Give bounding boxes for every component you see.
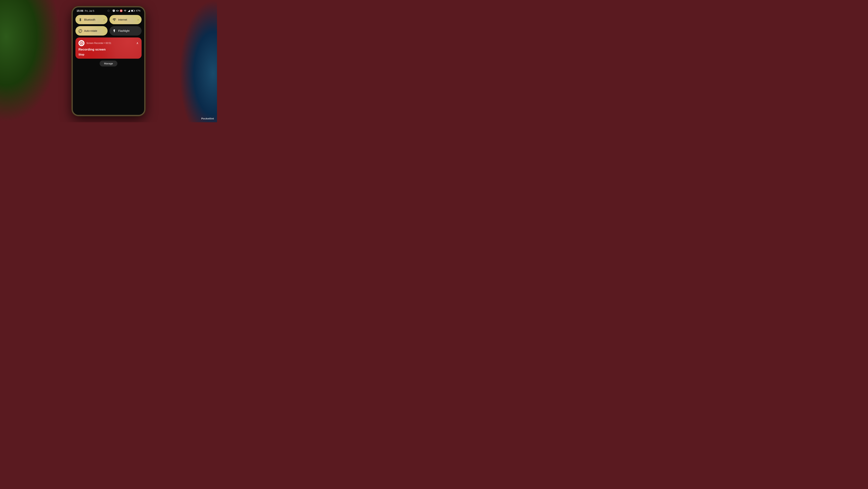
camera-cutout [107,10,110,12]
svg-point-2 [121,10,122,11]
screen-record-icon [120,9,123,12]
status-date: Fri, Jul 5 [85,9,94,12]
quick-settings-panel: Bluetooth › Internet › [73,13,144,115]
auto-rotate-icon [79,29,82,33]
notification-expand-button[interactable]: ∧ [136,41,138,45]
notification-title: Recording screen [79,48,138,52]
camera-dot [107,10,110,12]
quick-settings-row-1: Bluetooth › Internet › [75,15,142,24]
watermark: Pocketlint [201,117,214,120]
battery-icon [131,10,135,12]
wifi-status-icon [124,9,127,12]
flashlight-label: Flashlight [118,29,138,32]
status-time: 15:06 [76,9,83,12]
svg-rect-5 [131,10,133,11]
screen-recorder-icon [79,40,85,46]
auto-rotate-label: Auto-rotate [84,29,104,32]
phone-screen: 15:06 Fri, Jul 5 [73,7,144,115]
status-left: 15:06 Fri, Jul 5 [76,9,94,12]
internet-chevron[interactable]: › [137,18,138,21]
record-icon-inner [80,41,83,45]
alarm-icon [113,9,115,12]
auto-rotate-tile[interactable]: Auto-rotate [75,26,107,35]
status-right: 47% [113,9,141,12]
internet-label: Internet [118,18,136,21]
bluetooth-label: Bluetooth [84,18,102,21]
quick-settings-row-2: Auto-rotate Flashlight [75,26,142,35]
signal-icon [128,9,130,12]
notification-stop-button[interactable]: Stop [79,53,138,56]
notification-header: Screen Recorder • 00:51 ∧ [79,40,138,46]
status-bar: 15:06 Fri, Jul 5 [73,7,144,13]
svg-rect-4 [134,10,135,11]
internet-tile[interactable]: Internet › [110,15,142,24]
bluetooth-tile[interactable]: Bluetooth › [75,15,107,24]
manage-button[interactable]: Manage [100,61,118,66]
flashlight-tile[interactable]: Flashlight [110,26,142,35]
battery-percentage: 47% [136,9,141,12]
background-plant-left [0,0,61,122]
flashlight-icon [113,29,116,33]
background-plant-right [179,0,217,122]
bluetooth-chevron[interactable]: › [103,18,104,21]
notification-app-name: Screen Recorder • 00:51 [86,42,134,45]
bluetooth-icon [79,18,82,22]
screen-recorder-notification[interactable]: Screen Recorder • 00:51 ∧ Recording scre… [75,37,142,59]
internet-icon [113,18,116,22]
phone-shell: 15:06 Fri, Jul 5 [72,6,145,116]
vibrate-icon [116,9,119,12]
